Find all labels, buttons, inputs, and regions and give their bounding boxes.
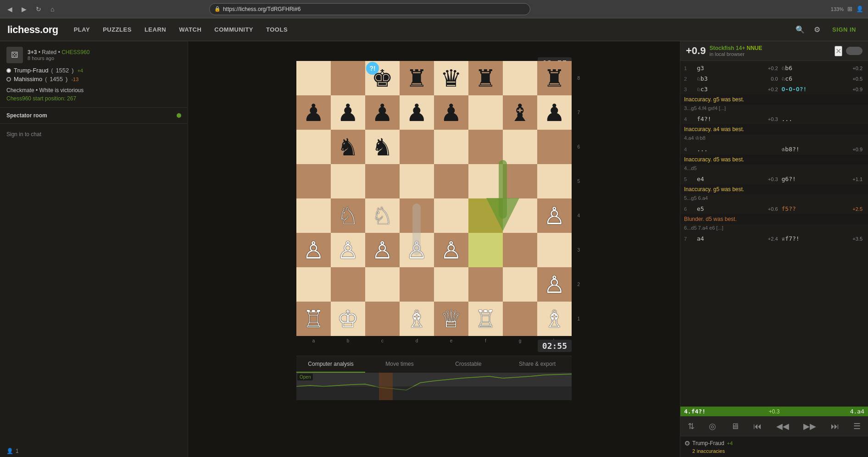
active-move-right[interactable]: 4.a4	[785, 408, 865, 415]
square-d3[interactable]: ♙	[400, 233, 434, 267]
square-f1[interactable]: ♖	[468, 302, 503, 336]
tab-move-times[interactable]: Move times	[365, 356, 434, 373]
square-c8[interactable]: ♚?!	[365, 61, 400, 95]
square-b3[interactable]: ♙	[331, 233, 365, 267]
prev-move-btn[interactable]: ◀◀	[773, 419, 793, 433]
square-h6[interactable]	[537, 130, 572, 164]
address-bar[interactable]: 🔒 https://lichess.org/TdRGFHRi#6	[209, 3, 530, 15]
square-f8[interactable]: ♜	[468, 61, 503, 95]
active-move-left[interactable]: 4.f4?!	[684, 408, 763, 415]
square-e3[interactable]: ♙	[434, 233, 468, 267]
refresh-button[interactable]: ↻	[33, 4, 44, 15]
square-e4[interactable]	[434, 198, 468, 233]
engine-toggle[interactable]	[846, 47, 862, 55]
square-e5[interactable]	[434, 164, 468, 198]
last-move-btn[interactable]: ⏭	[827, 420, 843, 433]
move-black-6[interactable]: f5??	[780, 204, 843, 213]
square-e1[interactable]: ♕	[434, 302, 468, 336]
square-h8[interactable]: ♜	[537, 61, 572, 95]
move-black-4[interactable]: ♔b8?!	[780, 145, 843, 154]
square-g8[interactable]	[503, 61, 537, 95]
square-d1[interactable]: ♗	[400, 302, 434, 336]
first-move-btn[interactable]: ⏮	[750, 420, 765, 433]
square-h2[interactable]: ♙	[537, 267, 572, 302]
home-button[interactable]: ⌂	[48, 4, 57, 15]
square-a3[interactable]: ♙	[296, 233, 331, 267]
forward-button[interactable]: ▶	[19, 4, 29, 15]
square-b6[interactable]: ♞	[331, 130, 365, 164]
sign-in-button[interactable]: SIGN IN	[828, 23, 861, 36]
close-engine-button[interactable]: ✕	[835, 46, 842, 56]
square-d5[interactable]	[400, 164, 434, 198]
menu-btn[interactable]: ☰	[850, 419, 864, 433]
square-a5[interactable]	[296, 164, 331, 198]
square-a8[interactable]	[296, 61, 331, 95]
square-h5[interactable]	[537, 164, 572, 198]
square-h4[interactable]: ♙	[537, 198, 572, 233]
move-white-6[interactable]: e5	[695, 204, 758, 213]
tab-crosstable[interactable]: Crosstable	[434, 356, 503, 373]
square-e6[interactable]	[434, 130, 468, 164]
square-g4[interactable]	[503, 198, 537, 233]
nav-tools[interactable]: TOOLS	[260, 18, 294, 41]
square-c3[interactable]: ♙	[365, 233, 400, 267]
nav-community[interactable]: COMMUNITY	[208, 18, 260, 41]
square-g7[interactable]: ♝	[503, 95, 537, 130]
square-h7[interactable]: ♟	[537, 95, 572, 130]
square-c7[interactable]: ♟	[365, 95, 400, 130]
open-chart-btn[interactable]: Open	[297, 374, 313, 380]
square-a7[interactable]: ♟	[296, 95, 331, 130]
square-g5[interactable]	[503, 164, 537, 198]
square-b8[interactable]	[331, 61, 365, 95]
white-name[interactable]: Trump-Fraud	[14, 67, 48, 74]
move-black-3[interactable]: O-O-O?!	[780, 85, 843, 94]
square-b7[interactable]: ♟	[331, 95, 365, 130]
square-a6[interactable]	[296, 130, 331, 164]
square-d6[interactable]	[400, 130, 434, 164]
nav-learn[interactable]: LEARN	[138, 18, 172, 41]
square-c4[interactable]: ♘	[365, 198, 400, 233]
monitor-btn[interactable]: 🖥	[727, 420, 743, 433]
move-black-2[interactable]: ♘c6	[780, 74, 843, 83]
nav-puzzles[interactable]: PUZZLES	[96, 18, 138, 41]
square-g2[interactable]	[503, 267, 537, 302]
square-c1[interactable]	[365, 302, 400, 336]
move-white-3[interactable]: ♘c3	[695, 85, 758, 94]
square-a1[interactable]: ♖	[296, 302, 331, 336]
square-f3[interactable]	[468, 233, 503, 267]
next-move-btn[interactable]: ▶▶	[800, 419, 820, 433]
move-white-5[interactable]: e4	[695, 175, 758, 183]
logo[interactable]: lichess.org	[7, 24, 58, 36]
tab-computer-analysis[interactable]: Computer analysis	[296, 356, 365, 373]
start-pos-link[interactable]: 267	[67, 95, 76, 102]
move-white-1[interactable]: g3	[695, 64, 758, 72]
square-e8[interactable]: ♛	[434, 61, 468, 95]
square-h1[interactable]: ♗	[537, 302, 572, 336]
square-c2[interactable]	[365, 267, 400, 302]
sign-in-chat-link[interactable]: Sign in to chat	[6, 131, 181, 138]
settings-icon[interactable]: ⚙	[812, 23, 822, 36]
flip-board-btn[interactable]: ⇅	[684, 419, 698, 433]
move-black-1[interactable]: ♘b6	[780, 64, 843, 72]
square-d7[interactable]: ♟	[400, 95, 434, 130]
tab-share-export[interactable]: Share & export	[503, 356, 572, 373]
black-name[interactable]: Mahissimo	[14, 76, 42, 83]
move-black-5[interactable]: g6?!	[780, 175, 843, 183]
square-b1[interactable]: ♔	[331, 302, 365, 336]
square-h3[interactable]	[537, 233, 572, 267]
square-f4[interactable]	[468, 198, 503, 233]
square-g6[interactable]	[503, 130, 537, 164]
square-c5[interactable]	[365, 164, 400, 198]
square-f5[interactable]	[468, 164, 503, 198]
square-e7[interactable]: ♟	[434, 95, 468, 130]
square-a2[interactable]	[296, 267, 331, 302]
move-white-2[interactable]: ♘b3	[695, 74, 758, 83]
chess-board[interactable]: ♚?!♜♛♜♜♟♟♟♟♟♝♟♞♞♘♘♙♙♙♙♙♙♙♖♔♗♕♖♗	[296, 61, 572, 336]
nav-watch[interactable]: WATCH	[172, 18, 208, 41]
square-g1[interactable]	[503, 302, 537, 336]
square-g3[interactable]	[503, 233, 537, 267]
chess960-link[interactable]: CHESS960	[61, 49, 89, 55]
square-d4[interactable]	[400, 198, 434, 233]
move-white-4[interactable]: f4?!	[695, 115, 758, 123]
square-f6[interactable]	[468, 130, 503, 164]
